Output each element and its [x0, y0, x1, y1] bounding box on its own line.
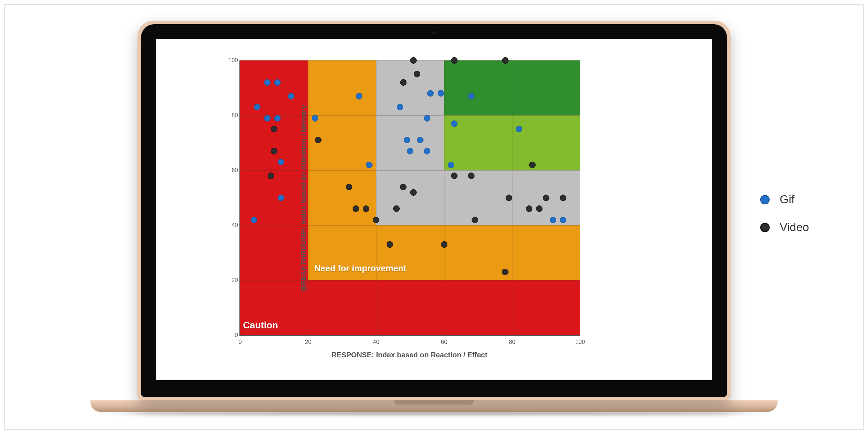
- x-tick: 60: [441, 339, 447, 345]
- data-point-video: [526, 205, 532, 212]
- data-point-gif: [427, 90, 434, 97]
- data-point-gif: [278, 159, 284, 165]
- scatter-chart: 020406080100020406080100 Caution Need fo…: [239, 60, 579, 335]
- data-point-video: [468, 173, 475, 179]
- data-point-video: [400, 79, 407, 86]
- data-point-video: [346, 184, 352, 190]
- x-tick: 100: [575, 339, 585, 345]
- x-tick: 0: [239, 339, 242, 345]
- data-point-video: [400, 184, 407, 190]
- zone-cell: [240, 60, 308, 115]
- data-point-video: [451, 173, 458, 179]
- data-point-video: [502, 57, 509, 64]
- data-point-gif: [366, 162, 373, 168]
- page-frame: 020406080100020406080100 Caution Need fo…: [4, 4, 864, 430]
- y-tick: 40: [227, 222, 238, 229]
- data-point-video: [410, 57, 417, 64]
- zone-cell: [240, 115, 308, 170]
- legend-dot-gif-icon: [760, 195, 770, 204]
- data-point-gif: [397, 104, 403, 110]
- data-point-video: [373, 217, 379, 223]
- legend: Gif Video: [760, 193, 809, 248]
- data-point-video: [414, 71, 420, 77]
- data-point-video: [353, 205, 359, 212]
- legend-item-video: Video: [760, 221, 809, 234]
- data-point-gif: [448, 162, 454, 168]
- zone-cell: [308, 170, 376, 225]
- data-point-gif: [560, 217, 566, 223]
- zone-cell: [376, 60, 444, 115]
- x-axis-label: RESPONSE: Index based on Reaction / Effe…: [331, 351, 487, 359]
- data-point-video: [315, 137, 322, 143]
- zone-cell: [512, 225, 580, 280]
- zone-cell: [512, 115, 580, 170]
- data-point-gif: [424, 115, 430, 122]
- data-point-gif: [312, 115, 318, 122]
- laptop-notch: [394, 400, 474, 405]
- plot-area: 020406080100020406080100: [239, 60, 580, 336]
- zone-cell: [376, 280, 444, 335]
- data-point-video: [536, 205, 542, 212]
- zone-cell: [308, 280, 376, 335]
- zone-cell: [308, 60, 376, 115]
- data-point-video: [271, 148, 277, 154]
- data-point-gif: [264, 79, 271, 86]
- data-point-gif: [264, 115, 271, 122]
- data-point-gif: [404, 137, 410, 143]
- legend-dot-video-icon: [760, 223, 770, 232]
- legend-item-gif: Gif: [760, 193, 809, 206]
- zone-cell: [512, 60, 580, 115]
- data-point-video: [441, 241, 447, 248]
- camera-icon: [433, 31, 435, 34]
- zone-cell: [376, 170, 444, 225]
- x-tick: 20: [305, 339, 311, 345]
- zone-cell: [376, 115, 444, 170]
- data-point-video: [529, 162, 536, 168]
- data-point-video: [502, 269, 509, 275]
- data-point-gif: [274, 115, 281, 122]
- y-tick: 20: [227, 277, 238, 284]
- legend-label-gif: Gif: [780, 193, 795, 206]
- data-point-gif: [274, 79, 281, 86]
- data-point-video: [451, 57, 458, 64]
- legend-label-video: Video: [780, 221, 809, 234]
- data-point-gif: [251, 217, 257, 223]
- data-point-video: [410, 189, 417, 196]
- laptop-screen: 020406080100020406080100 Caution Need fo…: [156, 39, 712, 380]
- data-point-video: [387, 241, 393, 248]
- zone-cell: [240, 225, 308, 280]
- data-point-video: [271, 126, 277, 132]
- data-point-gif: [356, 93, 362, 99]
- data-point-gif: [516, 126, 522, 132]
- y-tick: 0: [227, 332, 238, 339]
- y-tick: 80: [227, 112, 238, 119]
- zone-cell: [240, 170, 308, 225]
- data-point-gif: [451, 120, 458, 127]
- y-tick: 100: [227, 57, 238, 64]
- x-tick: 80: [509, 339, 515, 345]
- data-point-video: [560, 195, 566, 201]
- zone-cell: [444, 60, 512, 115]
- data-point-gif: [407, 148, 413, 154]
- data-point-gif: [278, 195, 284, 201]
- data-point-video: [393, 205, 400, 212]
- data-point-gif: [424, 148, 430, 154]
- data-point-video: [363, 205, 369, 212]
- data-point-video: [506, 195, 512, 201]
- laptop-shadow: [94, 412, 774, 415]
- data-point-video: [543, 195, 549, 201]
- data-point-gif: [468, 93, 475, 99]
- data-point-gif: [550, 217, 556, 223]
- data-point-gif: [288, 93, 294, 99]
- zone-cell: [444, 280, 512, 335]
- data-point-video: [268, 173, 274, 179]
- x-tick: 40: [373, 339, 379, 345]
- laptop-bezel: 020406080100020406080100 Caution Need fo…: [141, 24, 727, 397]
- data-point-gif: [438, 90, 444, 97]
- data-point-gif: [417, 137, 424, 143]
- data-point-video: [472, 217, 478, 223]
- zone-cell: [512, 280, 580, 335]
- zone-label-caution: Caution: [243, 320, 278, 331]
- y-axis-label: BREAKTHROUGH: Index based on Attention /…: [299, 105, 308, 291]
- zone-label-improvement: Need for improvement: [314, 263, 407, 273]
